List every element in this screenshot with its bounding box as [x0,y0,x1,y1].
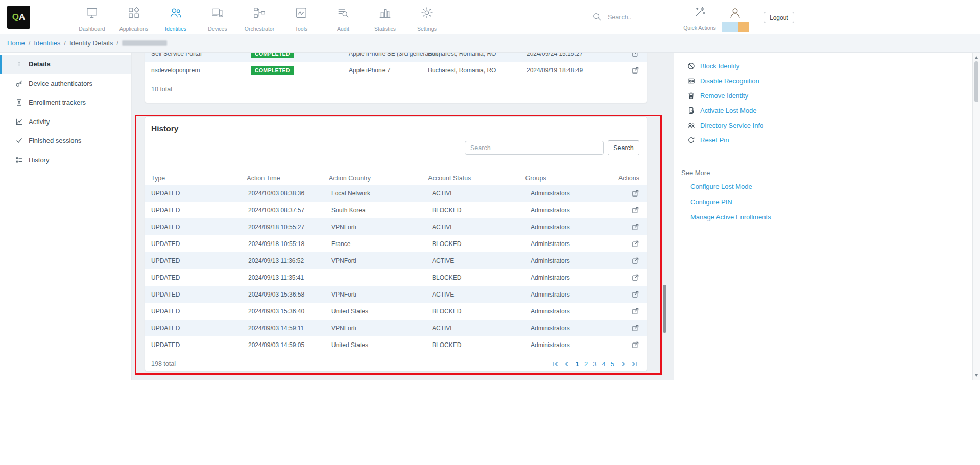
see-more-links: Configure Lost Mode Configure PIN Manage… [690,179,771,225]
logout-button[interactable]: Logout [764,12,794,23]
nav-item-settings[interactable]: Settings [406,0,448,32]
identity-actions-panel: Block Identity Disable Recognition Remov… [674,53,972,380]
cell-type: UPDATED [151,291,248,298]
page-number[interactable]: 3 [590,360,599,368]
action-reset-pin[interactable]: Reset Pin [687,133,972,148]
cell-action-time: 2024/09/03 15:36:58 [248,291,331,298]
nav-item-applications[interactable]: Applications [113,0,155,32]
link-configure-pin[interactable]: Configure PIN [690,194,771,209]
window-scrollbar[interactable] [972,53,980,380]
cell-action-time: 2024/09/03 14:59:11 [248,325,331,332]
action-block-identity[interactable]: Block Identity [687,59,972,74]
action-disable-recognition[interactable]: Disable Recognition [687,74,972,88]
cell-groups: Administrators [531,325,625,332]
nav-item-devices[interactable]: Devices [197,0,238,32]
open-details-button[interactable] [632,341,639,349]
open-details-button[interactable] [632,324,639,332]
cell-actions [625,274,639,281]
first-page-button[interactable] [551,361,560,368]
sidebar-item-label: Activity [29,118,50,126]
nav-item-identities[interactable]: Identities [155,0,197,32]
info-icon [15,60,23,68]
page-numbers: 12345 [573,359,617,369]
scroll-down-arrow[interactable] [973,372,980,379]
sidebar-item-finished-sessions[interactable]: Finished sessions [0,131,131,151]
action-activate-lost-mode[interactable]: Activate Lost Mode [687,103,972,118]
action-directory-service-info[interactable]: Directory Service Info [687,118,972,133]
cell-action-country: United States [331,341,432,349]
cell-account-status: ACTIVE [432,257,531,264]
open-details-button[interactable] [632,240,639,248]
id-card-icon [687,77,695,85]
cell-type: UPDATED [151,207,248,214]
nav-item-audit[interactable]: Audit [322,0,364,32]
last-page-button[interactable] [630,361,639,368]
scroll-up-arrow[interactable] [973,54,980,61]
nav-item-dashboard[interactable]: Dashboard [71,0,113,32]
action-label: Activate Lost Mode [700,107,757,114]
page-number[interactable]: 5 [608,360,617,368]
action-label: Directory Service Info [700,121,763,129]
sidebar-item-history[interactable]: History [0,151,131,170]
open-details-button[interactable] [632,290,639,298]
open-details-button[interactable] [632,206,639,214]
link-manage-active-enrollments[interactable]: Manage Active Enrollments [690,209,771,225]
open-details-button[interactable] [632,66,639,74]
page-number[interactable]: 1 [573,360,582,368]
cell-type: UPDATED [151,325,248,332]
sessions-table-body: Self Service Portal COMPLETED Apple iPho… [145,53,647,79]
global-search [592,12,667,23]
history-card: History Search Type Action Time Action C… [145,116,647,372]
sidebar-item-device-authenticators[interactable]: Device authenticators [0,74,131,93]
main-nav: Dashboard Applications Identities Device… [71,0,448,32]
hourglass-icon [15,99,23,106]
open-details-button[interactable] [632,274,639,281]
history-search-input[interactable] [465,141,604,155]
cell-action-country: VPNForti [331,257,432,264]
open-details-button[interactable] [632,223,639,231]
page-number[interactable]: 4 [600,360,608,368]
action-remove-identity[interactable]: Remove Identity [687,88,972,103]
next-page-button[interactable] [618,361,628,368]
quick-actions-button[interactable]: Quick Actions [685,6,714,31]
cell-groups: Administrators [531,207,625,214]
open-details-button[interactable] [632,257,639,264]
content-scrollbar-thumb[interactable] [663,285,666,333]
breadcrumb-home[interactable]: Home [7,39,25,47]
cell-actions [625,324,639,332]
session-time: 2024/09/24 15:15:27 [527,53,631,57]
breadcrumb-identities[interactable]: Identities [34,39,60,47]
open-details-button[interactable] [632,53,639,57]
prev-page-button[interactable] [562,361,571,368]
nav-item-statistics[interactable]: Statistics [364,0,406,32]
pagination: 12345 [551,359,639,369]
breadcrumb-separator: / [29,39,31,47]
check-icon [15,137,23,144]
page-number[interactable]: 2 [582,360,590,368]
column-header-actions: Actions [618,175,639,182]
window-scrollbar-thumb[interactable] [974,61,978,102]
cell-type: UPDATED [151,257,248,264]
cell-groups: Administrators [531,224,625,231]
search-input[interactable] [606,13,667,23]
open-details-button[interactable] [632,307,639,315]
column-header-groups: Groups [525,175,618,182]
session-actions-cell [631,66,639,74]
session-time: 2024/09/19 18:48:49 [527,67,631,74]
cell-type: UPDATED [151,240,248,248]
sidebar-item-details[interactable]: Details [0,55,131,74]
sidebar-item-activity[interactable]: Activity [0,112,131,132]
open-details-button[interactable] [632,189,639,197]
cell-type: UPDATED [151,308,248,315]
sidebar-item-label: Finished sessions [29,137,81,144]
status-badge: COMPLETED [251,66,294,75]
history-search-button[interactable]: Search [608,140,639,155]
nav-item-orchestrator[interactable]: Orchestrator [238,0,280,32]
nav-item-tools[interactable]: Tools [280,0,322,32]
link-configure-lost-mode[interactable]: Configure Lost Mode [690,179,771,194]
sidebar-item-enrollment-trackers[interactable]: Enrollment trackers [0,93,131,112]
avatar-icon[interactable] [728,6,742,22]
reset-pin-icon [687,136,695,144]
app-logo[interactable]: Q A [7,6,30,29]
cell-groups: Administrators [531,190,625,197]
